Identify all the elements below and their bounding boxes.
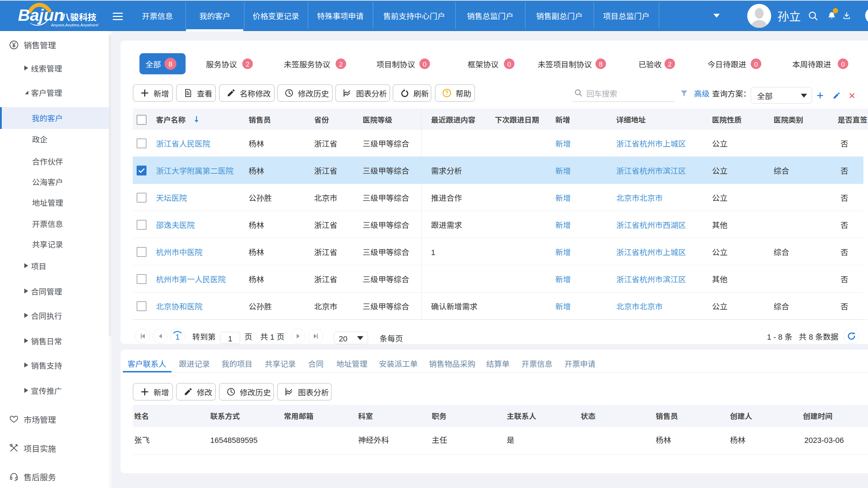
svg-text:?: ? <box>445 90 449 96</box>
